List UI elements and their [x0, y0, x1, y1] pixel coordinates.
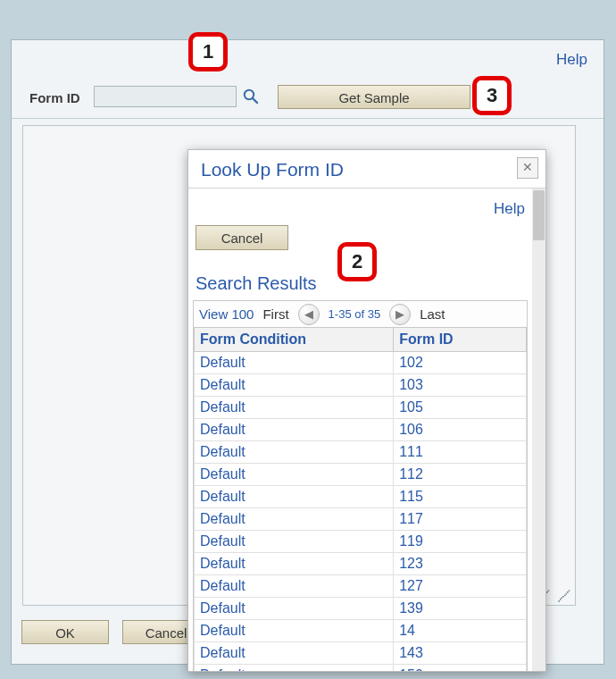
- cell-form-condition[interactable]: Default: [195, 419, 394, 441]
- lookup-modal: Look Up Form ID ✕ Help Cancel Search Res…: [187, 149, 546, 672]
- cell-form-id[interactable]: 102: [394, 352, 527, 374]
- table-row[interactable]: Default106: [195, 419, 527, 441]
- table-row[interactable]: Default115: [195, 486, 527, 508]
- table-row[interactable]: Default123: [195, 553, 527, 575]
- table-row[interactable]: Default103: [195, 374, 527, 397]
- scrollbar-thumb[interactable]: [533, 190, 545, 240]
- modal-title: Look Up Form ID: [201, 159, 344, 180]
- modal-help-link[interactable]: Help: [494, 200, 525, 218]
- cell-form-condition[interactable]: Default: [195, 508, 394, 531]
- cell-form-condition[interactable]: Default: [195, 620, 394, 642]
- cell-form-id[interactable]: 106: [394, 419, 527, 441]
- pager-count: 1-35 of 35: [329, 307, 381, 321]
- cell-form-condition[interactable]: Default: [195, 642, 394, 665]
- cell-form-id[interactable]: 150: [394, 665, 527, 672]
- annotation-2: 2: [337, 242, 377, 281]
- col-form-id[interactable]: Form ID: [394, 328, 527, 352]
- cell-form-condition[interactable]: Default: [195, 486, 394, 508]
- divider: [12, 118, 604, 119]
- cell-form-condition[interactable]: Default: [195, 665, 394, 672]
- cell-form-id[interactable]: 112: [394, 464, 527, 486]
- modal-cancel-button[interactable]: Cancel: [196, 225, 288, 250]
- table-row[interactable]: Default139: [195, 598, 527, 620]
- cell-form-condition[interactable]: Default: [195, 464, 394, 486]
- cell-form-id[interactable]: 123: [394, 553, 527, 575]
- form-id-label: Form ID: [29, 90, 80, 105]
- cell-form-id[interactable]: 103: [394, 374, 527, 397]
- get-sample-button[interactable]: Get Sample: [278, 85, 470, 109]
- svg-line-1: [253, 98, 257, 103]
- cell-form-id[interactable]: 117: [394, 508, 527, 531]
- table-row[interactable]: Default119: [195, 531, 527, 553]
- scrollbar[interactable]: [532, 189, 545, 671]
- cell-form-id[interactable]: 105: [394, 397, 527, 419]
- search-results-heading: Search Results: [196, 273, 317, 294]
- table-row[interactable]: Default143: [195, 642, 527, 665]
- table-row[interactable]: Default112: [195, 464, 527, 486]
- results-table: Form Condition Form ID Default102Default…: [194, 327, 527, 671]
- cell-form-condition[interactable]: Default: [195, 441, 394, 464]
- results-table-wrap: Form Condition Form ID Default102Default…: [193, 327, 528, 671]
- table-row[interactable]: Default127: [195, 575, 527, 598]
- results-table-body: Default102Default103Default105Default106…: [195, 352, 527, 672]
- results-table-head: Form Condition Form ID: [195, 328, 527, 352]
- cell-form-condition[interactable]: Default: [195, 397, 394, 419]
- lookup-icon[interactable]: [242, 88, 260, 105]
- form-id-input[interactable]: [94, 86, 237, 107]
- table-row[interactable]: Default111: [195, 441, 527, 464]
- view-100-link[interactable]: View 100: [199, 306, 254, 322]
- cell-form-id[interactable]: 143: [394, 642, 527, 665]
- cell-form-id[interactable]: 119: [394, 531, 527, 553]
- ok-button[interactable]: OK: [21, 620, 109, 644]
- cell-form-id[interactable]: 14: [394, 620, 527, 642]
- cell-form-id[interactable]: 115: [394, 486, 527, 508]
- table-row[interactable]: Default14: [195, 620, 527, 642]
- table-row[interactable]: Default105: [195, 397, 527, 419]
- cell-form-condition[interactable]: Default: [195, 531, 394, 553]
- help-link[interactable]: Help: [556, 51, 587, 69]
- cell-form-condition[interactable]: Default: [195, 352, 394, 374]
- pager-bar: View 100 First ◀ 1-35 of 35 ▶ Last: [193, 300, 528, 327]
- cell-form-id[interactable]: 139: [394, 598, 527, 620]
- table-row[interactable]: Default150: [195, 665, 527, 672]
- pager-last[interactable]: Last: [420, 306, 445, 322]
- table-row[interactable]: Default102: [195, 352, 527, 374]
- cell-form-condition[interactable]: Default: [195, 575, 394, 598]
- cell-form-condition[interactable]: Default: [195, 598, 394, 620]
- modal-title-bar: Look Up Form ID ✕: [188, 150, 545, 189]
- pager-first[interactable]: First: [262, 306, 288, 322]
- cell-form-id[interactable]: 111: [394, 441, 527, 464]
- cell-form-id[interactable]: 127: [394, 575, 527, 598]
- annotation-3: 3: [472, 76, 512, 115]
- table-row[interactable]: Default117: [195, 508, 527, 531]
- pager-prev-icon[interactable]: ◀: [298, 304, 320, 325]
- cell-form-condition[interactable]: Default: [195, 553, 394, 575]
- col-form-condition[interactable]: Form Condition: [195, 328, 394, 352]
- pager-next-icon[interactable]: ▶: [389, 304, 411, 325]
- close-icon[interactable]: ✕: [517, 157, 538, 179]
- annotation-1: 1: [188, 32, 228, 71]
- cell-form-condition[interactable]: Default: [195, 374, 394, 397]
